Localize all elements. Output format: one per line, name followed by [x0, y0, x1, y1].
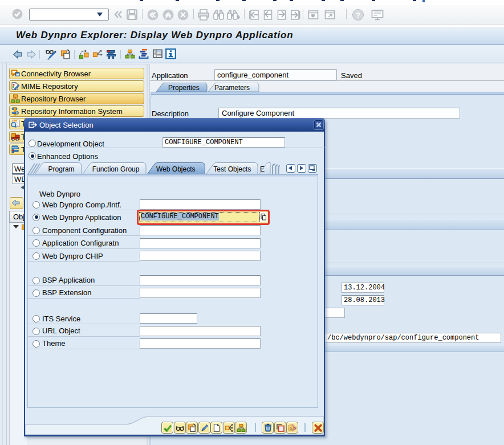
svg-text:Test Objects: Test Objects [213, 165, 251, 173]
svg-text:E: E [260, 165, 265, 173]
svg-text:?: ? [356, 11, 360, 19]
svg-text:Program: Program [48, 165, 75, 173]
svg-text:Parameters: Parameters [214, 84, 250, 92]
svg-text:Function Group: Function Group [92, 165, 140, 173]
svg-text:Properties: Properties [168, 84, 200, 92]
svg-text:Web Objects: Web Objects [156, 165, 195, 173]
svg-text:b: b [294, 426, 296, 431]
